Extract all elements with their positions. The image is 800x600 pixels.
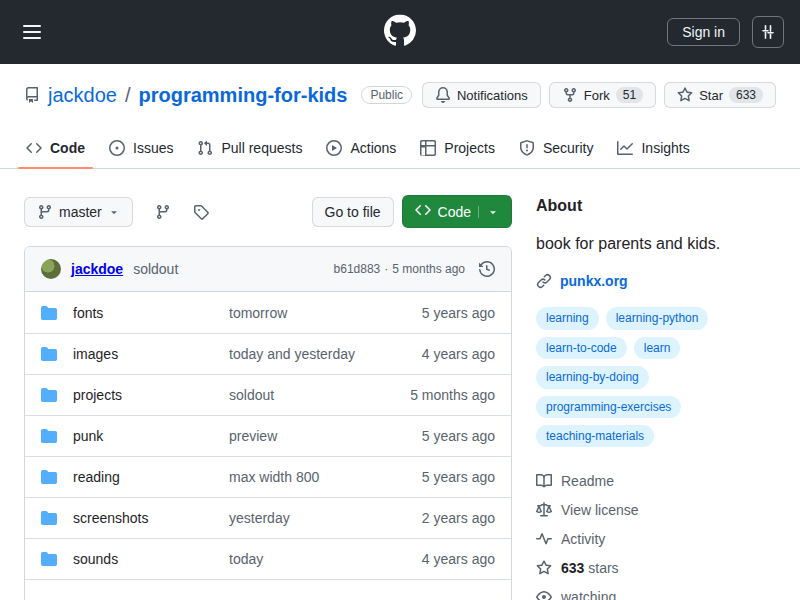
bell-icon <box>435 87 451 103</box>
link-icon <box>536 273 552 289</box>
github-logo-icon[interactable] <box>384 15 416 50</box>
table-row[interactable]: screenshots yesterday 2 years ago <box>25 497 511 538</box>
topic-tag[interactable]: learn <box>634 337 681 359</box>
stars-link[interactable]: 633 stars <box>536 560 784 576</box>
folder-icon <box>41 387 57 403</box>
file-commit-message-link[interactable]: yesterday <box>229 510 399 526</box>
go-to-file-button[interactable]: Go to file <box>312 197 394 227</box>
code-button-label: Code <box>438 204 471 220</box>
license-label: View license <box>561 502 639 518</box>
branch-toolbar: master Go to file Code <box>24 195 512 228</box>
file-name-link[interactable]: projects <box>73 387 229 403</box>
tab-pull-requests[interactable]: Pull requests <box>189 130 310 168</box>
fork-button[interactable]: Fork 51 <box>549 82 656 108</box>
folder-icon <box>41 305 57 321</box>
hamburger-menu-icon[interactable] <box>16 16 48 48</box>
commit-time-link[interactable]: 5 months ago <box>392 262 465 276</box>
file-commit-message-link[interactable]: max width 800 <box>229 469 399 485</box>
topic-tag[interactable]: learning-by-doing <box>536 366 649 388</box>
tab-label: Insights <box>641 140 689 156</box>
readme-link[interactable]: Readme <box>536 473 784 489</box>
table-icon <box>420 140 436 156</box>
fork-count: 51 <box>616 87 643 103</box>
table-row[interactable]: projects soldout 5 months ago <box>25 374 511 415</box>
watching-label: watching <box>561 589 616 600</box>
repo-icon <box>24 87 40 103</box>
tab-insights[interactable]: Insights <box>609 130 697 168</box>
pull-request-icon <box>197 140 213 156</box>
file-name-link[interactable]: images <box>73 346 229 362</box>
branches-icon[interactable] <box>155 204 171 220</box>
visibility-badge: Public <box>361 86 412 104</box>
code-download-button[interactable]: Code <box>402 195 512 228</box>
topic-tag[interactable]: learning-python <box>606 307 709 329</box>
stars-label: stars <box>588 560 618 576</box>
branch-name: master <box>59 204 102 220</box>
file-commit-message-link[interactable]: soldout <box>229 387 399 403</box>
star-label: Star <box>699 88 723 103</box>
sliders-icon[interactable] <box>752 16 784 48</box>
file-name-link[interactable]: screenshots <box>73 510 229 526</box>
topic-tag[interactable]: learn-to-code <box>536 337 627 359</box>
table-row[interactable]: sounds today 4 years ago <box>25 538 511 579</box>
file-commit-message-link[interactable]: tomorrow <box>229 305 399 321</box>
shield-icon <box>519 140 535 156</box>
file-name-link[interactable]: punk <box>73 428 229 444</box>
watching-link[interactable]: watching <box>536 589 784 600</box>
activity-link[interactable]: Activity <box>536 531 784 547</box>
history-icon[interactable] <box>479 261 495 277</box>
file-commit-time: 5 years ago <box>399 469 495 485</box>
file-name-link[interactable]: fonts <box>73 305 229 321</box>
file-browser-column: master Go to file Code <box>24 195 512 600</box>
code-icon <box>26 140 42 156</box>
topic-tag[interactable]: programming-exercises <box>536 396 681 418</box>
pulse-icon <box>536 531 552 547</box>
table-row-partial <box>25 579 511 600</box>
table-row[interactable]: images today and yesterday 4 years ago <box>25 333 511 374</box>
website-link[interactable]: punkx.org <box>560 273 628 289</box>
tab-code[interactable]: Code <box>18 130 93 168</box>
file-commit-time: 5 months ago <box>399 387 495 403</box>
git-branch-icon <box>37 204 53 220</box>
commit-author-link[interactable]: jackdoe <box>71 261 123 277</box>
tab-issues[interactable]: Issues <box>101 130 181 168</box>
avatar[interactable] <box>41 259 61 279</box>
table-row[interactable]: fonts tomorrow 5 years ago <box>25 292 511 333</box>
file-name-link[interactable]: sounds <box>73 551 229 567</box>
file-name-link[interactable]: reading <box>73 469 229 485</box>
star-icon <box>536 560 552 576</box>
folder-icon <box>41 551 57 567</box>
tags-icon[interactable] <box>193 204 209 220</box>
license-link[interactable]: View license <box>536 502 784 518</box>
tab-label: Security <box>543 140 594 156</box>
file-commit-time: 4 years ago <box>399 346 495 362</box>
repo-name-link[interactable]: programming-for-kids <box>139 84 348 107</box>
file-commit-message-link[interactable]: today <box>229 551 399 567</box>
file-list: fonts tomorrow 5 years ago images today … <box>25 292 511 579</box>
file-commit-time: 5 years ago <box>399 428 495 444</box>
topic-tag[interactable]: teaching-materials <box>536 425 654 447</box>
table-row[interactable]: reading max width 800 5 years ago <box>25 456 511 497</box>
sign-in-button[interactable]: Sign in <box>667 18 740 46</box>
tab-security[interactable]: Security <box>511 130 602 168</box>
tab-actions[interactable]: Actions <box>318 130 404 168</box>
repo-header: jackdoe / programming-for-kids Public No… <box>0 64 800 116</box>
dot-separator: · <box>384 262 388 276</box>
repo-owner-link[interactable]: jackdoe <box>48 84 117 107</box>
stars-count: 633 <box>561 560 584 576</box>
breadcrumb: jackdoe / programming-for-kids Public <box>24 84 412 107</box>
commit-message-link[interactable]: soldout <box>133 261 178 277</box>
readme-label: Readme <box>561 473 614 489</box>
notifications-button[interactable]: Notifications <box>422 82 541 108</box>
commit-sha-link[interactable]: b61d883 <box>334 262 381 276</box>
file-commit-message-link[interactable]: preview <box>229 428 399 444</box>
folder-icon <box>41 469 57 485</box>
star-button[interactable]: Star 633 <box>664 82 776 108</box>
branch-selector[interactable]: master <box>24 197 133 227</box>
topic-tag[interactable]: learning <box>536 307 599 329</box>
file-commit-message-link[interactable]: today and yesterday <box>229 346 399 362</box>
chevron-down-icon <box>478 206 499 218</box>
folder-icon <box>41 428 57 444</box>
table-row[interactable]: punk preview 5 years ago <box>25 415 511 456</box>
tab-projects[interactable]: Projects <box>412 130 503 168</box>
